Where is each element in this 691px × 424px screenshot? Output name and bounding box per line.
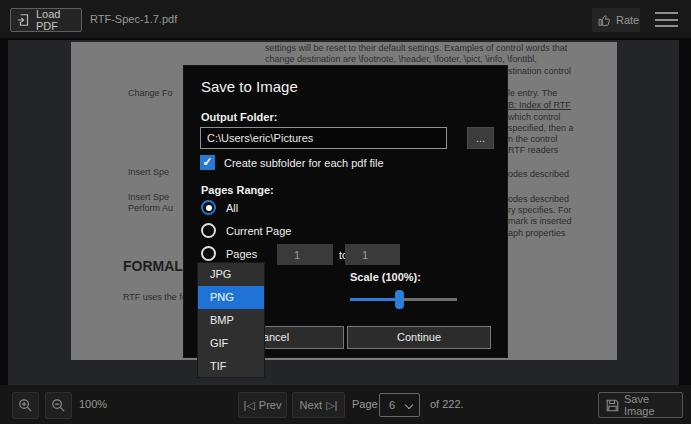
subfolder-checkbox-row[interactable]: ✓ Create subfolder for each pdf file [200,155,384,170]
app-window: Load PDF RTF-Spec-1.7.pdf Rate settings … [0,0,691,424]
next-page-button[interactable]: Next ▷| [292,392,345,418]
thumbs-up-icon [598,14,611,27]
load-pdf-icon [17,13,31,27]
scale-label: Scale (100%): [350,271,421,283]
doc-text: odes described [508,194,569,204]
chevron-down-icon [405,401,413,409]
save-image-label: Save Image [624,393,682,417]
radio-selected-icon[interactable] [201,200,216,215]
doc-text: stination control [508,66,571,76]
open-file-name: RTF-Spec-1.7.pdf [90,0,177,38]
radio-all[interactable]: All [201,200,238,215]
format-option-tif[interactable]: TIF [198,355,264,378]
doc-text: le entry. The [508,88,557,98]
prev-page-icon: |◁ [244,399,255,412]
save-icon [606,399,619,412]
zoom-in-icon [18,398,33,413]
zoom-level-value: 100% [79,385,107,424]
output-folder-label: Output Folder: [201,111,277,123]
radio-unselected-icon[interactable] [201,246,216,261]
page-label: Page [352,385,378,424]
slider-track-empty[interactable] [399,298,457,301]
menu-icon[interactable] [655,12,678,27]
page-from-input[interactable] [277,244,333,265]
doc-link-index-of-rtf: B: Index of RTF [508,100,571,110]
doc-section-heading: FORMAL [123,258,183,274]
doc-text: specified, then a [508,123,574,133]
doc-text: Insert Spe [128,167,169,177]
radio-unselected-icon[interactable] [201,223,216,238]
next-label: Next [300,399,323,411]
browse-folder-button[interactable]: ... [467,127,494,149]
doc-text: ry specifies. For [508,205,572,215]
doc-text: change destination are \footnote, \heade… [265,54,537,64]
page-to-input[interactable] [345,244,400,265]
zoom-in-button[interactable] [12,392,39,419]
load-pdf-button[interactable]: Load PDF [10,8,82,32]
next-page-icon: ▷| [326,399,337,412]
radio-all-label: All [226,202,238,214]
scale-slider[interactable] [350,290,457,308]
output-folder-input[interactable] [200,127,447,149]
load-pdf-label: Load PDF [36,8,81,32]
doc-text: Insert Spe [128,192,169,202]
doc-text: which control [508,112,561,122]
rate-button[interactable]: Rate [592,8,640,32]
slider-track-filled[interactable] [350,298,399,301]
rate-label: Rate [616,14,639,26]
slider-thumb[interactable] [395,290,404,309]
continue-button[interactable]: Continue [347,326,491,349]
doc-text: n the control [508,134,558,144]
format-option-jpg[interactable]: JPG [198,263,264,286]
doc-text: mark is inserted [508,216,572,226]
page-number-select[interactable]: 6 [379,393,420,417]
doc-text: Perform Au [128,203,173,213]
format-option-bmp[interactable]: BMP [198,309,264,332]
image-format-dropdown-list: JPG PNG BMP GIF TIF [197,262,265,378]
doc-text: settings will be reset to their default … [265,43,567,53]
bottom-toolbar: 100% |◁ Prev Next ▷| Page 6 of 222. Save… [0,385,691,424]
radio-pages-label: Pages [226,248,257,260]
doc-text: RTF readers [508,145,558,155]
radio-current-page-label: Current Page [226,225,291,237]
pages-range-label: Pages Range: [201,184,274,196]
doc-text: aph properties [508,228,566,238]
doc-text: Change Fo [128,88,173,98]
radio-pages[interactable]: Pages [201,246,257,261]
format-option-png[interactable]: PNG [198,286,264,309]
doc-text: RTF uses the fo [123,292,187,302]
page-count-label: of 222. [430,385,464,424]
save-to-image-dialog: Save to Image Output Folder: ... ✓ Creat… [183,65,508,358]
checkbox-checked-icon[interactable]: ✓ [200,155,215,170]
top-toolbar: Load PDF RTF-Spec-1.7.pdf Rate [0,0,691,38]
subfolder-checkbox-label: Create subfolder for each pdf file [224,157,384,169]
zoom-out-icon [51,398,66,413]
save-image-button[interactable]: Save Image [598,392,683,418]
page-number-value: 6 [389,399,395,411]
zoom-out-button[interactable] [45,392,72,419]
dialog-title: Save to Image [201,78,298,95]
doc-text: odes described [508,169,569,179]
prev-label: Prev [259,399,282,411]
prev-page-button[interactable]: |◁ Prev [238,392,287,418]
radio-current-page[interactable]: Current Page [201,223,291,238]
format-option-gif[interactable]: GIF [198,332,264,355]
